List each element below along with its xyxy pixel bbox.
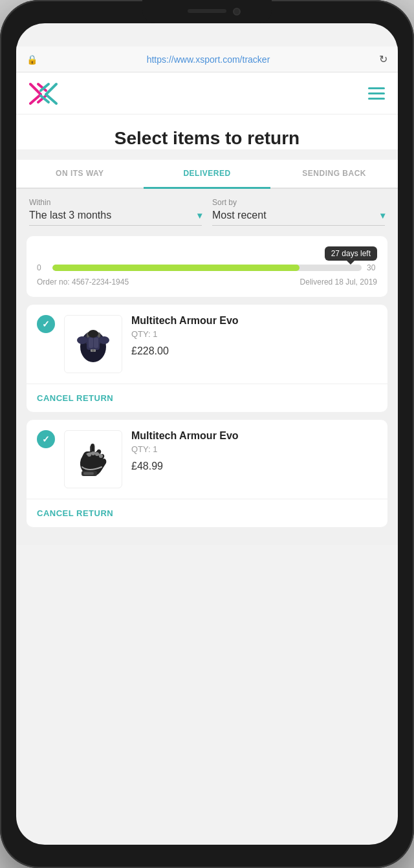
app-header: [16, 72, 398, 114]
sortby-select[interactable]: Most recent ▾: [212, 210, 385, 226]
cancel-return-button-2[interactable]: CANCEL RETURN: [27, 499, 387, 527]
svg-point-10: [88, 330, 98, 338]
tab-sending-back[interactable]: SENDING BACK: [270, 160, 398, 189]
refresh-icon[interactable]: ↻: [379, 53, 387, 65]
product-2-checkbox[interactable]: ✓: [37, 430, 55, 448]
svg-point-16: [99, 454, 103, 458]
svg-rect-4: [89, 338, 93, 348]
tab-on-its-way[interactable]: ON ITS WAY: [16, 160, 144, 189]
product-2-name: Multitech Armour Evo: [131, 430, 377, 442]
product-2-image: [64, 430, 122, 488]
order-number: Order no: 4567-2234-1945: [37, 277, 129, 287]
product-2-qty: QTY: 1: [131, 444, 377, 454]
content-area: 27 days left 0 30 Order no: 4567-2234-19…: [16, 236, 398, 545]
svg-rect-5: [94, 338, 98, 348]
svg-rect-18: [83, 472, 94, 475]
product-1-image: [64, 315, 122, 373]
product-1-price: £228.00: [131, 345, 377, 357]
progress-track: [52, 265, 362, 271]
tabs-container: ON ITS WAY DELIVERED SENDING BACK: [16, 160, 398, 189]
product-card-2-inner: ✓: [27, 420, 387, 499]
product-1-checkbox[interactable]: ✓: [37, 315, 55, 333]
screen: 🔒 https://www.xsport.com/tracker ↻: [16, 23, 398, 845]
speaker: [188, 9, 226, 13]
svg-point-12: [92, 349, 94, 352]
cancel-return-button-1[interactable]: CANCEL RETURN: [27, 384, 387, 412]
filter-section: Within The last 3 months ▾ Sort by Most …: [16, 189, 398, 236]
svg-point-6: [77, 336, 87, 344]
phone-notch: [142, 0, 272, 23]
days-left-tooltip: 27 days left: [325, 246, 377, 261]
browser-bar: 🔒 https://www.xsport.com/tracker ↻: [16, 47, 398, 72]
svg-point-13: [87, 453, 91, 457]
within-chevron-icon: ▾: [197, 210, 202, 221]
logo: [29, 81, 58, 105]
check-icon-2: ✓: [42, 434, 50, 444]
url-display: https://www.xsport.com/tracker: [44, 54, 373, 65]
check-icon-1: ✓: [42, 319, 50, 329]
tooltip-row: 27 days left: [37, 246, 377, 261]
page-title-section: Select items to return: [16, 114, 398, 149]
sortby-value: Most recent: [212, 210, 267, 221]
sortby-filter-group: Sort by Most recent ▾: [212, 198, 385, 226]
armour-svg: [69, 320, 118, 368]
svg-point-15: [95, 452, 99, 456]
glove-svg: [69, 435, 118, 483]
svg-point-14: [91, 451, 95, 455]
sortby-label: Sort by: [212, 198, 385, 207]
product-1-name: Multitech Armour Evo: [131, 315, 377, 327]
progress-min-label: 0: [37, 263, 47, 272]
product-2-info: Multitech Armour Evo QTY: 1 £48.99: [131, 430, 377, 472]
within-label: Within: [29, 198, 202, 207]
order-meta: Order no: 4567-2234-1945 Delivered 18 Ju…: [37, 277, 377, 287]
camera: [233, 8, 241, 16]
delivered-date: Delivered 18 Jul, 2019: [300, 277, 377, 287]
filter-row: Within The last 3 months ▾ Sort by Most …: [29, 198, 385, 226]
within-select[interactable]: The last 3 months ▾: [29, 210, 202, 226]
product-card-1: ✓: [27, 305, 387, 412]
lock-icon: 🔒: [27, 54, 38, 65]
phone-frame: 🔒 https://www.xsport.com/tracker ↻: [0, 0, 414, 868]
progress-max-label: 30: [367, 263, 377, 272]
progress-fill: [52, 265, 300, 271]
product-card-2: ✓: [27, 420, 387, 527]
hamburger-menu[interactable]: [368, 87, 385, 100]
progress-bar-row: 0 30: [37, 263, 377, 272]
product-1-info: Multitech Armour Evo QTY: 1 £228.00: [131, 315, 377, 357]
order-progress-card: 27 days left 0 30 Order no: 4567-2234-19…: [27, 236, 387, 297]
within-filter-group: Within The last 3 months ▾: [29, 198, 202, 226]
tab-delivered[interactable]: DELIVERED: [144, 160, 271, 189]
within-value: The last 3 months: [29, 210, 111, 221]
sortby-chevron-icon: ▾: [380, 210, 385, 221]
product-1-qty: QTY: 1: [131, 329, 377, 339]
product-card-1-inner: ✓: [27, 305, 387, 384]
product-2-price: £48.99: [131, 461, 377, 472]
svg-point-7: [99, 336, 109, 344]
page-title: Select items to return: [29, 127, 385, 149]
